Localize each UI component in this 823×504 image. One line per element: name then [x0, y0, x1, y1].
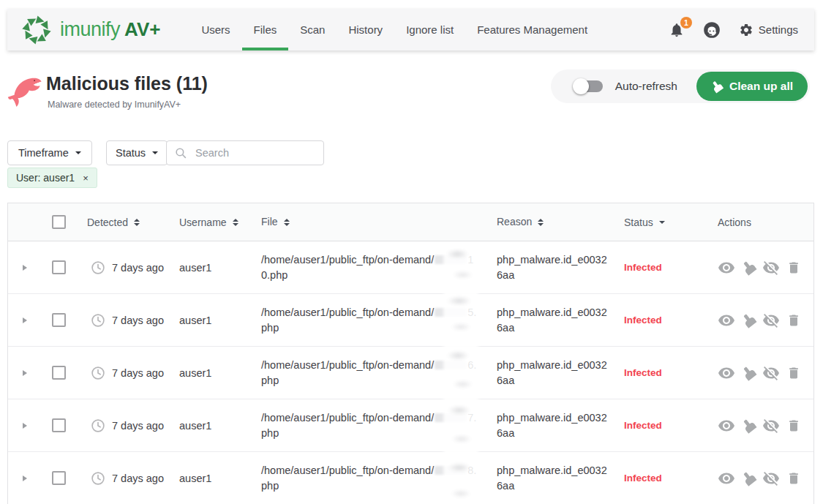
expand-caret-icon[interactable] — [23, 265, 27, 271]
top-navbar: imunify AV+ UsersFilesScanHistoryIgnore … — [7, 9, 814, 50]
delete-icon[interactable] — [786, 471, 801, 486]
column-actions: Actions — [718, 217, 751, 228]
shark-icon — [7, 71, 44, 110]
status-badge: Infected — [624, 262, 662, 273]
chip-close-icon[interactable]: × — [83, 173, 89, 183]
expand-caret-icon[interactable] — [23, 423, 27, 429]
page: imunify AV+ UsersFilesScanHistoryIgnore … — [0, 0, 823, 504]
user-filter-chip: User: auser1 × — [7, 168, 97, 188]
username-value: auser1 — [179, 315, 211, 326]
ignore-icon[interactable] — [762, 312, 780, 329]
auto-refresh-toggle[interactable] — [573, 78, 605, 94]
brand-word: imunify — [60, 18, 120, 41]
status-badge: Infected — [624, 315, 662, 326]
status-dropdown[interactable]: Status — [106, 140, 168, 165]
delete-icon[interactable] — [786, 313, 801, 328]
expand-caret-icon[interactable] — [23, 317, 27, 323]
toggle-knob — [573, 78, 589, 94]
view-file-icon[interactable] — [718, 259, 735, 277]
column-status[interactable]: Status — [624, 217, 665, 228]
nav-item-history[interactable]: History — [337, 9, 394, 50]
clean-up-all-button[interactable]: Clean up all — [696, 72, 808, 101]
timeframe-label: Timeframe — [18, 147, 69, 159]
view-file-icon[interactable] — [718, 312, 735, 329]
redacted-filename — [435, 466, 467, 475]
notifications-button[interactable]: 1 — [669, 22, 685, 38]
column-file[interactable]: File — [261, 214, 290, 230]
cleanup-icon[interactable] — [742, 366, 756, 380]
detected-value: 7 days ago — [112, 420, 164, 432]
search-input[interactable] — [194, 146, 316, 159]
clock-icon — [90, 365, 106, 381]
ignore-icon[interactable] — [762, 417, 780, 435]
delete-icon[interactable] — [786, 366, 801, 380]
actions-pill: Auto-refresh Clean up all — [551, 69, 810, 103]
row-checkbox[interactable] — [52, 260, 66, 274]
status-badge: Infected — [624, 473, 662, 484]
select-all-checkbox[interactable] — [52, 215, 66, 229]
gear-icon — [739, 23, 754, 37]
delete-icon[interactable] — [786, 260, 801, 275]
view-file-icon[interactable] — [718, 417, 735, 435]
row-checkbox[interactable] — [52, 313, 66, 327]
nav-item-ignore-list[interactable]: Ignore list — [394, 9, 465, 50]
cleanup-icon[interactable] — [742, 418, 756, 432]
file-path: /home/auser1/public_ftp/on-demand/5. php — [261, 305, 494, 336]
table-body: 7 days ago auser1 /home/auser1/public_ft… — [8, 241, 813, 504]
timeframe-dropdown[interactable]: Timeframe — [7, 140, 92, 165]
row-checkbox[interactable] — [52, 366, 66, 380]
ignore-icon[interactable] — [762, 470, 780, 487]
username-value: auser1 — [179, 367, 211, 379]
ignore-icon[interactable] — [762, 364, 780, 382]
cleanup-icon[interactable] — [742, 260, 756, 274]
brand-logo[interactable]: imunify AV+ — [20, 9, 160, 50]
delete-icon[interactable] — [786, 418, 801, 433]
settings-button[interactable]: Settings — [739, 23, 798, 37]
brand-suffix: AV+ — [124, 18, 160, 41]
view-file-icon[interactable] — [718, 470, 735, 487]
table-row: 7 days ago auser1 /home/auser1/public_ft… — [8, 294, 813, 347]
nav-item-users[interactable]: Users — [189, 9, 241, 50]
column-reason[interactable]: Reason — [497, 214, 544, 230]
status-badge: Infected — [624, 367, 662, 378]
sort-icon — [284, 219, 290, 226]
cleanup-icon[interactable] — [742, 313, 756, 327]
file-path: /home/auser1/public_ftp/on-demand/7. php — [261, 410, 494, 441]
navbar-right: 1 Settings — [669, 9, 798, 50]
redacted-filename — [435, 255, 467, 264]
table-row: 7 days ago auser1 /home/auser1/public_ft… — [8, 347, 813, 399]
file-path: /home/auser1/public_ftp/on-demand/8. php — [261, 463, 494, 494]
support-button[interactable] — [702, 20, 721, 40]
nav-item-files[interactable]: Files — [242, 9, 289, 50]
nav-item-features-management[interactable]: Features Management — [465, 9, 599, 50]
column-detected[interactable]: Detected — [87, 217, 140, 228]
expand-caret-icon[interactable] — [23, 370, 27, 376]
filter-caret-icon — [659, 221, 665, 224]
expand-caret-icon[interactable] — [23, 475, 27, 481]
table-row: 7 days ago auser1 /home/auser1/public_ft… — [8, 399, 813, 452]
detected-value: 7 days ago — [112, 315, 164, 326]
status-filter-label: Status — [116, 147, 146, 159]
malicious-files-table: Detected Username File Reason — [7, 203, 814, 504]
column-username[interactable]: Username — [179, 217, 238, 228]
broom-icon — [709, 78, 725, 94]
redacted-filename — [435, 308, 467, 317]
support-icon — [702, 20, 721, 40]
ignore-icon[interactable] — [762, 259, 780, 277]
imunify-logo-icon — [20, 14, 53, 46]
cleanup-icon[interactable] — [742, 471, 756, 485]
nav-item-scan[interactable]: Scan — [288, 9, 337, 50]
row-checkbox[interactable] — [52, 418, 66, 432]
settings-label: Settings — [759, 23, 798, 36]
sort-icon — [538, 219, 544, 226]
search-box — [166, 140, 324, 165]
table-row: 7 days ago auser1 /home/auser1/public_ft… — [8, 452, 813, 504]
row-checkbox[interactable] — [52, 471, 66, 485]
redacted-filename — [435, 413, 467, 422]
search-icon — [174, 146, 188, 160]
sort-icon — [233, 219, 238, 226]
clock-icon — [90, 470, 106, 486]
username-value: auser1 — [179, 473, 211, 484]
auto-refresh-label: Auto-refresh — [615, 80, 677, 93]
view-file-icon[interactable] — [718, 364, 735, 382]
